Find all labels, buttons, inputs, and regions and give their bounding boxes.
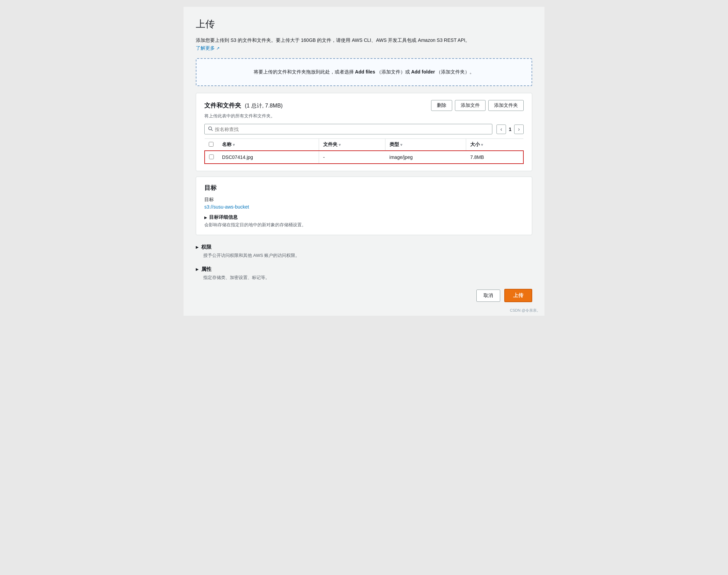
description-text: 添加您要上传到 S3 的文件和文件夹。要上传大于 160GB 的文件，请使用 A…: [196, 37, 532, 44]
sort-folder-icon: ▿: [339, 143, 341, 147]
destination-label: 目标: [204, 197, 524, 203]
svg-line-1: [211, 130, 213, 131]
select-all-checkbox[interactable]: [209, 142, 213, 147]
pagination-current: 1: [509, 127, 511, 132]
search-input[interactable]: [215, 127, 489, 132]
destination-details-row: ▶ 目标详细信息 会影响存储在指定目的地中的新对象的存储桶设置。: [204, 214, 524, 228]
files-table: 名称 ▿ 文件夹 ▿ 类型 ▿: [204, 138, 524, 164]
files-section-header: 文件和文件夹 (1 总计, 7.8MB) 删除 添加文件 添加文件夹: [204, 100, 524, 111]
permissions-header[interactable]: ▶ 权限: [196, 241, 532, 252]
row-checkbox-cell: [205, 151, 218, 164]
search-row: ‹ 1 ›: [204, 124, 524, 134]
sort-type-icon: ▿: [400, 143, 402, 147]
row-size: 7.8MB: [466, 151, 523, 164]
properties-section: ▶ 属性 指定存储类、加密设置、标记等。: [196, 263, 532, 281]
cancel-button[interactable]: 取消: [476, 290, 500, 302]
row-name: DSC07414.jpg: [218, 151, 319, 164]
th-folder: 文件夹 ▿: [319, 139, 385, 151]
destination-details-title: 目标详细信息: [209, 214, 238, 220]
bottom-actions: 取消 上传: [196, 289, 532, 302]
permissions-triangle-icon: ▶: [196, 245, 199, 249]
pagination: ‹ 1 ›: [496, 125, 524, 134]
page-container: 上传 添加您要上传到 S3 的文件和文件夹。要上传大于 160GB 的文件，请使…: [184, 7, 544, 316]
th-name: 名称 ▿: [218, 139, 319, 151]
properties-title: 属性: [201, 266, 211, 273]
properties-header[interactable]: ▶ 属性: [196, 263, 532, 275]
add-folder-button[interactable]: 添加文件夹: [488, 100, 524, 111]
properties-subtitle: 指定存储类、加密设置、标记等。: [196, 275, 532, 281]
destination-bucket-link[interactable]: s3://susu-aws-bucket: [204, 204, 249, 210]
properties-triangle-icon: ▶: [196, 267, 199, 271]
th-type: 类型 ▿: [385, 139, 466, 151]
permissions-subtitle: 授予公开访问权限和其他 AWS 账户的访问权限。: [196, 252, 532, 259]
sort-size-icon: ▿: [481, 143, 483, 147]
search-wrapper[interactable]: [204, 124, 492, 134]
permissions-section: ▶ 权限 授予公开访问权限和其他 AWS 账户的访问权限。: [196, 241, 532, 259]
destination-details-group: ▶ 目标详细信息 会影响存储在指定目的地中的新对象的存储桶设置。: [204, 214, 306, 228]
delete-button[interactable]: 删除: [431, 100, 452, 111]
sort-name-icon: ▿: [233, 143, 235, 147]
destination-card: 目标 目标 s3://susu-aws-bucket ▶ 目标详细信息 会影响存…: [196, 177, 532, 235]
th-size: 大小 ▿: [466, 139, 523, 151]
files-btn-group: 删除 添加文件 添加文件夹: [431, 100, 524, 111]
files-title: 文件和文件夹 (1 总计, 7.8MB): [204, 102, 283, 109]
learn-more-link[interactable]: 了解更多 ↗: [196, 45, 220, 51]
drop-zone[interactable]: 将要上传的文件和文件夹拖放到此处，或者选择 Add files （添加文件）或 …: [196, 58, 532, 86]
pagination-prev-button[interactable]: ‹: [496, 125, 506, 134]
watermark: CSDN @令亲亲。: [510, 308, 540, 313]
destination-details-subtitle: 会影响存储在指定目的地中的新对象的存储桶设置。: [204, 222, 306, 228]
triangle-right-icon: ▶: [204, 216, 207, 219]
files-subtitle: 将上传此表中的所有文件和文件夹。: [204, 113, 524, 119]
page-title: 上传: [196, 18, 532, 31]
upload-button[interactable]: 上传: [504, 289, 532, 302]
pagination-next-button[interactable]: ›: [514, 125, 524, 134]
files-card: 文件和文件夹 (1 总计, 7.8MB) 删除 添加文件 添加文件夹 将上传此表…: [196, 93, 532, 171]
row-folder: -: [319, 151, 385, 164]
add-files-button[interactable]: 添加文件: [455, 100, 486, 111]
table-header-row: 名称 ▿ 文件夹 ▿ 类型 ▿: [205, 139, 523, 151]
destination-details-toggle[interactable]: ▶ 目标详细信息: [204, 214, 306, 220]
row-checkbox[interactable]: [209, 154, 214, 159]
search-icon: [208, 126, 213, 132]
external-link-icon: ↗: [216, 46, 220, 51]
row-type: image/jpeg: [385, 151, 466, 164]
files-title-group: 文件和文件夹 (1 总计, 7.8MB): [204, 101, 283, 110]
permissions-title: 权限: [201, 244, 211, 250]
destination-title: 目标: [204, 184, 524, 192]
table-row: DSC07414.jpg - image/jpeg 7.8MB: [205, 151, 523, 164]
th-checkbox: [205, 139, 218, 151]
